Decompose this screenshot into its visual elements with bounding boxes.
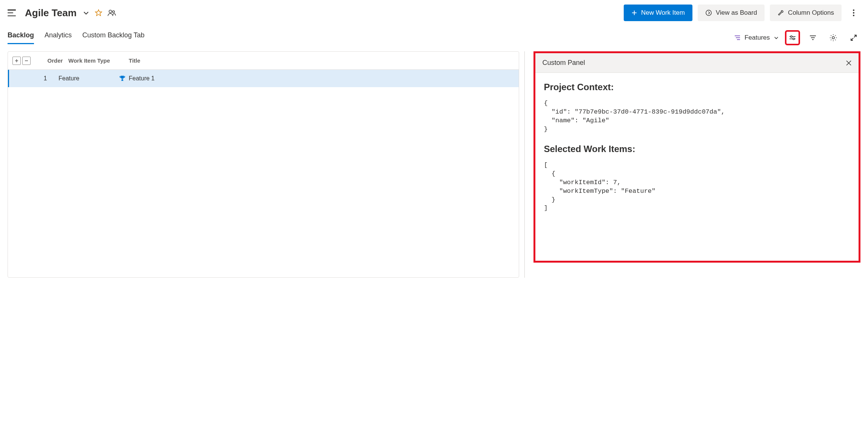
level-lines-icon xyxy=(734,35,741,40)
page-header: Agile Team New Work Item View as Board C… xyxy=(0,0,868,24)
panel-header: Custom Panel xyxy=(535,53,859,73)
splitter-handle[interactable] xyxy=(524,51,525,278)
team-name: Agile Team xyxy=(25,7,77,19)
cell-title: Feature 1 xyxy=(119,75,519,82)
view-as-board-button[interactable]: View as Board xyxy=(698,5,765,21)
team-members-icon[interactable] xyxy=(108,9,116,17)
expand-all-button[interactable] xyxy=(12,57,21,65)
feature-trophy-icon xyxy=(119,75,126,82)
hamburger-icon[interactable] xyxy=(8,9,16,16)
grid-header-row: Order Work Item Type Title xyxy=(8,52,519,70)
backlog-level-selector[interactable]: Features xyxy=(734,34,779,42)
project-context-heading: Project Context: xyxy=(544,82,850,92)
content-area: Order Work Item Type Title 1 Feature Fea… xyxy=(0,45,868,278)
right-toolbar: Features xyxy=(734,31,860,45)
project-context-json: { "id": "77b7e9bc-37d0-4771-839c-919d9dd… xyxy=(544,99,850,134)
tab-analytics[interactable]: Analytics xyxy=(45,31,72,44)
panel-title: Custom Panel xyxy=(542,59,585,67)
column-options-label: Column Options xyxy=(788,9,834,17)
backlog-level-label: Features xyxy=(745,34,770,42)
close-icon[interactable] xyxy=(846,60,852,66)
team-chevron-down-icon[interactable] xyxy=(83,9,89,16)
column-options-button[interactable]: Column Options xyxy=(770,5,842,21)
cell-order: 1 xyxy=(32,75,59,82)
column-header-type[interactable]: Work Item Type xyxy=(68,57,129,64)
svg-point-1 xyxy=(109,10,111,13)
svg-point-5 xyxy=(706,10,711,15)
svg-point-2 xyxy=(113,11,115,13)
filter-icon[interactable] xyxy=(806,31,820,45)
backlog-grid: Order Work Item Type Title 1 Feature Fea… xyxy=(8,51,519,278)
svg-point-6 xyxy=(853,9,854,11)
side-panel-area: Custom Panel Project Context: { "id": "7… xyxy=(533,51,860,278)
plus-icon xyxy=(631,10,637,16)
new-work-item-button[interactable]: New Work Item xyxy=(624,5,692,21)
cell-type: Feature xyxy=(59,75,119,82)
svg-marker-0 xyxy=(95,10,102,16)
favorite-star-icon[interactable] xyxy=(95,9,102,17)
svg-point-19 xyxy=(832,37,834,39)
arrow-circle-icon xyxy=(705,9,712,16)
tabs-toolbar: Backlog Analytics Custom Backlog Tab Fea… xyxy=(0,24,868,45)
svg-point-13 xyxy=(791,36,792,37)
more-actions-button[interactable] xyxy=(847,6,860,20)
svg-point-7 xyxy=(853,12,854,14)
fullscreen-icon[interactable] xyxy=(847,31,860,45)
custom-panel: Custom Panel Project Context: { "id": "7… xyxy=(533,51,860,263)
selected-workitems-json: [ { "workItemId": 7, "workItemType": "Fe… xyxy=(544,161,850,213)
table-row[interactable]: 1 Feature Feature 1 xyxy=(8,70,519,87)
view-as-board-label: View as Board xyxy=(716,9,757,17)
column-header-title[interactable]: Title xyxy=(129,57,519,64)
tab-list: Backlog Analytics Custom Backlog Tab xyxy=(8,31,145,44)
svg-point-15 xyxy=(793,38,794,40)
chevron-down-icon xyxy=(774,35,779,40)
tab-custom-backlog[interactable]: Custom Backlog Tab xyxy=(82,31,145,44)
tab-backlog[interactable]: Backlog xyxy=(8,31,34,44)
wrench-icon xyxy=(777,9,784,16)
custom-panel-toggle-button[interactable] xyxy=(786,31,799,45)
panel-body: Project Context: { "id": "77b7e9bc-37d0-… xyxy=(535,73,859,222)
new-work-item-label: New Work Item xyxy=(641,9,685,17)
collapse-all-button[interactable] xyxy=(22,57,31,65)
settings-gear-icon[interactable] xyxy=(826,31,840,45)
column-header-order[interactable]: Order xyxy=(42,57,68,64)
cell-title-text: Feature 1 xyxy=(129,75,154,82)
selected-workitems-heading: Selected Work Items: xyxy=(544,144,850,154)
svg-point-8 xyxy=(853,15,854,16)
